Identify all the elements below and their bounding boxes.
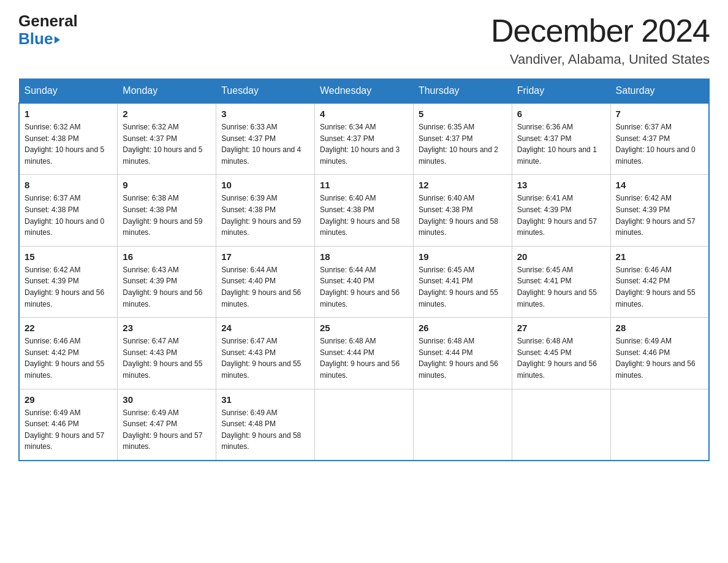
day-info: Sunrise: 6:33 AM Sunset: 4:37 PM Dayligh… <box>221 121 309 167</box>
day-info: Sunrise: 6:42 AM Sunset: 4:39 PM Dayligh… <box>25 264 112 310</box>
header-tuesday: Tuesday <box>216 79 315 104</box>
day-info: Sunrise: 6:47 AM Sunset: 4:43 PM Dayligh… <box>221 335 309 381</box>
calendar-cell: 15 Sunrise: 6:42 AM Sunset: 4:39 PM Dayl… <box>19 246 118 317</box>
calendar-cell: 1 Sunrise: 6:32 AM Sunset: 4:38 PM Dayli… <box>19 103 118 175</box>
day-info: Sunrise: 6:46 AM Sunset: 4:42 PM Dayligh… <box>25 335 112 381</box>
day-info: Sunrise: 6:41 AM Sunset: 4:39 PM Dayligh… <box>517 193 605 238</box>
day-number: 21 <box>616 251 703 262</box>
day-info: Sunrise: 6:44 AM Sunset: 4:40 PM Dayligh… <box>221 264 309 310</box>
calendar-cell <box>413 389 512 461</box>
logo-general: General <box>18 12 78 30</box>
header-monday: Monday <box>118 79 216 104</box>
header-thursday: Thursday <box>413 79 512 104</box>
calendar-cell: 16 Sunrise: 6:43 AM Sunset: 4:39 PM Dayl… <box>118 246 216 317</box>
day-number: 4 <box>320 109 408 119</box>
day-number: 1 <box>25 109 112 119</box>
location-label: Vandiver, Alabama, United States <box>491 52 710 67</box>
calendar-cell: 27 Sunrise: 6:48 AM Sunset: 4:45 PM Dayl… <box>512 318 610 389</box>
calendar-cell <box>610 389 709 461</box>
day-info: Sunrise: 6:32 AM Sunset: 4:37 PM Dayligh… <box>123 121 211 167</box>
calendar-cell: 10 Sunrise: 6:39 AM Sunset: 4:38 PM Dayl… <box>216 175 315 246</box>
title-block: December 2024 Vandiver, Alabama, United … <box>491 12 710 67</box>
calendar-cell: 30 Sunrise: 6:49 AM Sunset: 4:47 PM Dayl… <box>118 389 216 461</box>
days-header-row: Sunday Monday Tuesday Wednesday Thursday… <box>19 79 709 104</box>
day-number: 13 <box>517 180 605 190</box>
day-info: Sunrise: 6:49 AM Sunset: 4:47 PM Dayligh… <box>123 407 211 453</box>
calendar-cell: 13 Sunrise: 6:41 AM Sunset: 4:39 PM Dayl… <box>512 175 610 246</box>
day-number: 20 <box>517 251 605 262</box>
day-number: 26 <box>419 323 507 333</box>
day-number: 29 <box>25 394 112 405</box>
logo: General Blue <box>18 12 78 47</box>
day-number: 14 <box>616 180 703 190</box>
calendar-cell: 31 Sunrise: 6:49 AM Sunset: 4:48 PM Dayl… <box>216 389 315 461</box>
week-row-5: 29 Sunrise: 6:49 AM Sunset: 4:46 PM Dayl… <box>19 389 709 461</box>
day-number: 24 <box>221 323 309 333</box>
calendar-cell: 17 Sunrise: 6:44 AM Sunset: 4:40 PM Dayl… <box>216 246 315 317</box>
day-info: Sunrise: 6:34 AM Sunset: 4:37 PM Dayligh… <box>320 121 408 167</box>
calendar-cell: 14 Sunrise: 6:42 AM Sunset: 4:39 PM Dayl… <box>610 175 709 246</box>
day-info: Sunrise: 6:42 AM Sunset: 4:39 PM Dayligh… <box>616 193 703 238</box>
day-info: Sunrise: 6:39 AM Sunset: 4:38 PM Dayligh… <box>221 193 309 238</box>
calendar-cell: 2 Sunrise: 6:32 AM Sunset: 4:37 PM Dayli… <box>118 103 216 175</box>
day-number: 5 <box>419 109 507 119</box>
day-info: Sunrise: 6:37 AM Sunset: 4:38 PM Dayligh… <box>25 193 112 238</box>
calendar-cell: 23 Sunrise: 6:47 AM Sunset: 4:43 PM Dayl… <box>118 318 216 389</box>
calendar-cell: 19 Sunrise: 6:45 AM Sunset: 4:41 PM Dayl… <box>413 246 512 317</box>
calendar-cell: 7 Sunrise: 6:37 AM Sunset: 4:37 PM Dayli… <box>610 103 709 175</box>
calendar-cell: 12 Sunrise: 6:40 AM Sunset: 4:38 PM Dayl… <box>413 175 512 246</box>
calendar-cell: 4 Sunrise: 6:34 AM Sunset: 4:37 PM Dayli… <box>315 103 414 175</box>
calendar-cell <box>512 389 610 461</box>
day-info: Sunrise: 6:49 AM Sunset: 4:48 PM Dayligh… <box>221 407 309 453</box>
day-number: 27 <box>517 323 605 333</box>
day-info: Sunrise: 6:49 AM Sunset: 4:46 PM Dayligh… <box>25 407 112 453</box>
day-info: Sunrise: 6:49 AM Sunset: 4:46 PM Dayligh… <box>616 335 703 381</box>
day-number: 15 <box>25 251 112 262</box>
week-row-1: 1 Sunrise: 6:32 AM Sunset: 4:38 PM Dayli… <box>19 103 709 175</box>
day-number: 18 <box>320 251 408 262</box>
day-info: Sunrise: 6:44 AM Sunset: 4:40 PM Dayligh… <box>320 264 408 310</box>
day-number: 2 <box>123 109 211 119</box>
day-number: 8 <box>25 180 112 190</box>
day-info: Sunrise: 6:35 AM Sunset: 4:37 PM Dayligh… <box>419 121 507 167</box>
day-number: 12 <box>419 180 507 190</box>
day-number: 25 <box>320 323 408 333</box>
day-number: 28 <box>616 323 703 333</box>
day-number: 31 <box>221 394 309 405</box>
day-info: Sunrise: 6:46 AM Sunset: 4:42 PM Dayligh… <box>616 264 703 310</box>
day-number: 11 <box>320 180 408 190</box>
day-number: 10 <box>221 180 309 190</box>
calendar-cell: 26 Sunrise: 6:48 AM Sunset: 4:44 PM Dayl… <box>413 318 512 389</box>
day-info: Sunrise: 6:48 AM Sunset: 4:44 PM Dayligh… <box>419 335 507 381</box>
calendar-cell: 9 Sunrise: 6:38 AM Sunset: 4:38 PM Dayli… <box>118 175 216 246</box>
day-info: Sunrise: 6:36 AM Sunset: 4:37 PM Dayligh… <box>517 121 605 167</box>
day-info: Sunrise: 6:43 AM Sunset: 4:39 PM Dayligh… <box>123 264 211 310</box>
header-saturday: Saturday <box>610 79 709 104</box>
day-number: 6 <box>517 109 605 119</box>
day-info: Sunrise: 6:37 AM Sunset: 4:37 PM Dayligh… <box>616 121 703 167</box>
calendar-cell: 28 Sunrise: 6:49 AM Sunset: 4:46 PM Dayl… <box>610 318 709 389</box>
calendar-cell: 18 Sunrise: 6:44 AM Sunset: 4:40 PM Dayl… <box>315 246 414 317</box>
calendar-cell: 8 Sunrise: 6:37 AM Sunset: 4:38 PM Dayli… <box>19 175 118 246</box>
logo-blue: Blue <box>18 30 53 48</box>
calendar-cell: 24 Sunrise: 6:47 AM Sunset: 4:43 PM Dayl… <box>216 318 315 389</box>
day-number: 23 <box>123 323 211 333</box>
calendar-table: Sunday Monday Tuesday Wednesday Thursday… <box>18 79 710 461</box>
day-info: Sunrise: 6:40 AM Sunset: 4:38 PM Dayligh… <box>320 193 408 238</box>
calendar-cell: 29 Sunrise: 6:49 AM Sunset: 4:46 PM Dayl… <box>19 389 118 461</box>
week-row-2: 8 Sunrise: 6:37 AM Sunset: 4:38 PM Dayli… <box>19 175 709 246</box>
day-number: 22 <box>25 323 112 333</box>
day-number: 7 <box>616 109 703 119</box>
day-info: Sunrise: 6:45 AM Sunset: 4:41 PM Dayligh… <box>419 264 507 310</box>
calendar-cell: 25 Sunrise: 6:48 AM Sunset: 4:44 PM Dayl… <box>315 318 414 389</box>
day-number: 17 <box>221 251 309 262</box>
calendar-cell: 21 Sunrise: 6:46 AM Sunset: 4:42 PM Dayl… <box>610 246 709 317</box>
page-header: General Blue December 2024 Vandiver, Ala… <box>18 12 710 67</box>
calendar-cell: 6 Sunrise: 6:36 AM Sunset: 4:37 PM Dayli… <box>512 103 610 175</box>
header-wednesday: Wednesday <box>315 79 414 104</box>
calendar-cell: 20 Sunrise: 6:45 AM Sunset: 4:41 PM Dayl… <box>512 246 610 317</box>
day-number: 16 <box>123 251 211 262</box>
day-info: Sunrise: 6:48 AM Sunset: 4:44 PM Dayligh… <box>320 335 408 381</box>
calendar-cell: 11 Sunrise: 6:40 AM Sunset: 4:38 PM Dayl… <box>315 175 414 246</box>
day-info: Sunrise: 6:45 AM Sunset: 4:41 PM Dayligh… <box>517 264 605 310</box>
